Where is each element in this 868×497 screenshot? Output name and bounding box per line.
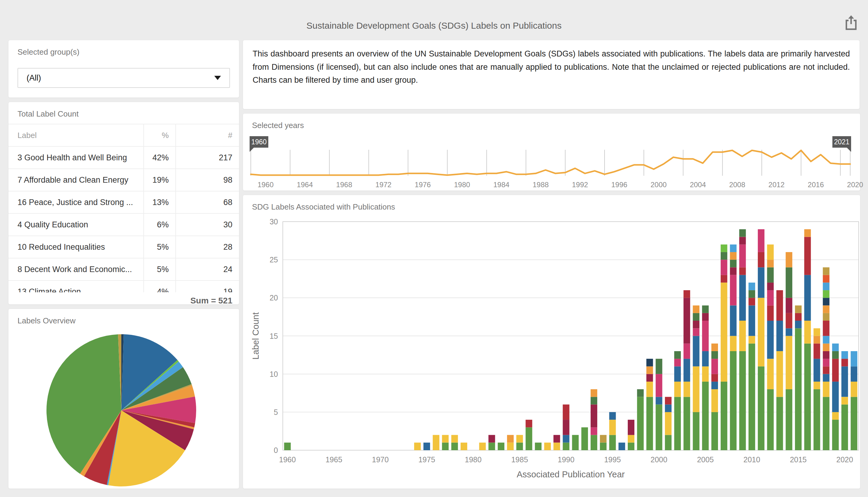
bar-1978[interactable] <box>451 435 458 451</box>
bar-segment-green[interactable] <box>693 412 699 450</box>
bar-2018[interactable] <box>823 267 829 450</box>
bar-segment-green[interactable] <box>730 351 737 450</box>
bar-segment-green[interactable] <box>488 443 495 450</box>
bar-segment-green[interactable] <box>535 443 541 450</box>
bar-segment-darkgreen[interactable] <box>786 267 792 298</box>
bar-segment-lightblue[interactable] <box>749 283 755 290</box>
bar-segment-maroon[interactable] <box>767 283 774 290</box>
bar-segment-blue[interactable] <box>609 412 616 420</box>
bar-segment-magenta[interactable] <box>739 245 746 268</box>
bar-segment-yellow[interactable] <box>767 359 774 389</box>
bar-segment-blue[interactable] <box>665 404 671 412</box>
bar-segment-magenta[interactable] <box>767 290 774 306</box>
bar-segment-blue[interactable] <box>563 435 569 443</box>
bar-segment-magenta[interactable] <box>711 359 718 374</box>
bar-segment-darkgreen[interactable] <box>832 351 839 359</box>
bar-1976[interactable] <box>433 435 439 451</box>
bar-segment-green[interactable] <box>665 435 671 451</box>
bar-segment-yellow[interactable] <box>804 321 811 344</box>
bar-segment-lightblue[interactable] <box>823 336 829 344</box>
bar-segment-yellow[interactable] <box>841 397 848 404</box>
bar-2002[interactable] <box>674 351 681 450</box>
bar-segment-green[interactable] <box>702 382 709 450</box>
bar-segment-blue[interactable] <box>684 359 690 382</box>
bar-segment-yellow[interactable] <box>767 245 774 260</box>
bar-segment-yellow[interactable] <box>832 412 839 420</box>
bar-segment-navy[interactable] <box>823 298 829 305</box>
bar-1990[interactable] <box>563 404 569 450</box>
bar-segment-green[interactable] <box>451 443 458 450</box>
bar-segment-red[interactable] <box>841 359 848 366</box>
bar-1974[interactable] <box>414 443 421 450</box>
bar-1988[interactable] <box>544 443 551 450</box>
bar-segment-yellow[interactable] <box>674 382 681 397</box>
bar-segment-green[interactable] <box>776 397 783 450</box>
bar-2015[interactable] <box>795 306 801 450</box>
bar-segment-magenta[interactable] <box>823 359 829 366</box>
bar-segment-yellow[interactable] <box>702 366 709 382</box>
range-end-handle[interactable]: 2021 <box>833 136 851 148</box>
bar-segment-orange[interactable] <box>507 435 514 443</box>
bar-segment-orange[interactable] <box>804 229 811 237</box>
bar-segment-blue[interactable] <box>693 336 699 367</box>
bar-segment-yellow[interactable] <box>693 366 699 412</box>
bar-segment-darkgreen[interactable] <box>693 313 699 321</box>
bar-segment-blue[interactable] <box>814 359 820 382</box>
bar-segment-maroon[interactable] <box>730 267 737 275</box>
bar-segment-maroon[interactable] <box>702 313 709 321</box>
bar-segment-green[interactable] <box>442 443 449 450</box>
bar-segment-magenta[interactable] <box>684 344 690 359</box>
bar-segment-red[interactable] <box>749 298 755 305</box>
bar-2010[interactable] <box>749 283 755 450</box>
bar-segment-yellow[interactable] <box>823 382 829 397</box>
bar-2019[interactable] <box>832 344 839 450</box>
bar-segment-lime[interactable] <box>721 245 727 252</box>
bar-segment-yellow[interactable] <box>414 443 421 450</box>
bar-segment-yellow[interactable] <box>479 443 486 450</box>
bar-segment-red[interactable] <box>526 420 532 427</box>
bar-segment-green[interactable] <box>786 389 792 450</box>
bar-segment-orange[interactable] <box>730 252 737 260</box>
bar-segment-green[interactable] <box>795 328 801 450</box>
bar-segment-blue[interactable] <box>804 275 811 321</box>
bar-segment-blue[interactable] <box>423 443 430 450</box>
bar-segment-tan[interactable] <box>823 267 829 275</box>
bar-segment-yellow[interactable] <box>684 382 690 397</box>
bar-segment-lime[interactable] <box>823 290 829 298</box>
bar-2012[interactable] <box>767 245 774 450</box>
bar-segment-red[interactable] <box>814 344 820 359</box>
bar-segment-yellow[interactable] <box>544 443 551 450</box>
bar-2001[interactable] <box>665 397 671 450</box>
bar-1994[interactable] <box>600 435 607 451</box>
bar-segment-red[interactable] <box>804 237 811 275</box>
bar-1979[interactable] <box>461 443 467 450</box>
bar-segment-red[interactable] <box>832 359 839 382</box>
bar-1992[interactable] <box>581 427 588 450</box>
bar-segment-green[interactable] <box>749 344 755 450</box>
bar-segment-tan[interactable] <box>823 313 829 321</box>
bar-segment-red[interactable] <box>739 267 746 275</box>
bar-segment-maroon[interactable] <box>786 298 792 313</box>
bar-segment-yellow[interactable] <box>553 443 560 450</box>
bar-1986[interactable] <box>526 420 532 450</box>
bar-segment-tan[interactable] <box>600 435 607 443</box>
bar-segment-lightblue[interactable] <box>730 245 737 252</box>
bar-segment-darkgreen[interactable] <box>591 397 597 404</box>
bar-segment-red[interactable] <box>721 275 727 283</box>
bar-segment-yellow[interactable] <box>665 412 671 435</box>
bar-segment-yellow[interactable] <box>451 435 458 443</box>
bar-segment-maroon[interactable] <box>553 435 560 443</box>
years-sparkline-chart[interactable] <box>250 148 853 178</box>
bar-segment-orange[interactable] <box>814 336 820 344</box>
bar-segment-blue[interactable] <box>730 306 737 336</box>
bar-2017[interactable] <box>814 328 820 450</box>
bar-1975[interactable] <box>423 443 430 450</box>
bar-1983[interactable] <box>498 443 504 450</box>
bar-segment-green[interactable] <box>739 351 746 450</box>
group-dropdown[interactable]: (All) <box>17 68 230 88</box>
bar-segment-red[interactable] <box>795 313 801 321</box>
bar-segment-yellow[interactable] <box>721 283 727 382</box>
bar-segment-yellow[interactable] <box>516 435 523 443</box>
bar-segment-darkgreen[interactable] <box>674 351 681 359</box>
bar-2016[interactable] <box>804 229 811 450</box>
